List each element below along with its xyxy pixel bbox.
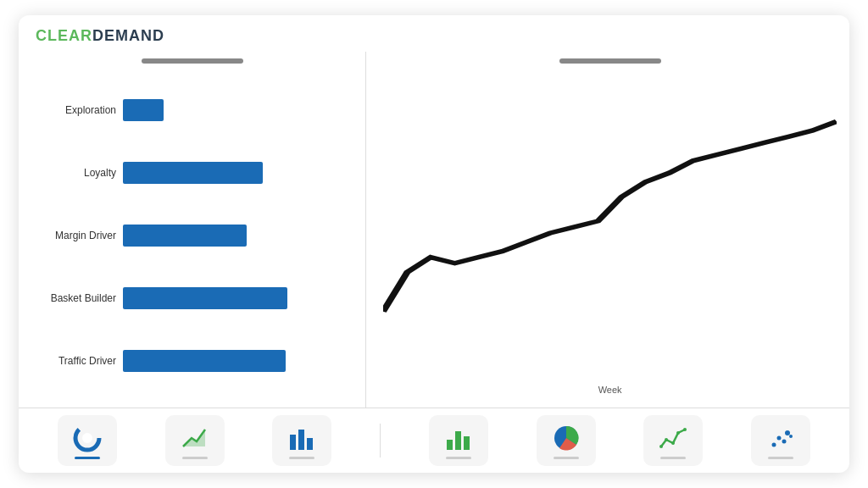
divider [380, 424, 381, 458]
bar-row: Exploration [36, 97, 348, 124]
icon-underline [182, 457, 208, 459]
icon-underline [554, 457, 579, 459]
svg-point-16 [777, 435, 782, 440]
left-panel: ExplorationLoyaltyMargin DriverBasket Bu… [27, 52, 366, 408]
svg-point-10 [659, 445, 663, 448]
bar-label: Margin Driver [36, 230, 116, 241]
pie-chart-icon[interactable] [537, 415, 596, 466]
stacked-chart-area: Week [379, 72, 841, 399]
bar-label: Loyalty [36, 167, 116, 179]
right-panel: Week [375, 52, 841, 408]
logo-demand: DEMAND [92, 27, 164, 44]
svg-marker-2 [183, 430, 205, 446]
svg-point-12 [671, 441, 675, 445]
icon-underline [289, 457, 314, 459]
bar-label: Traffic Driver [36, 355, 116, 367]
bar-label: Basket Builder [36, 292, 116, 304]
bottom-bar [19, 408, 849, 473]
app-container: CLEARDEMAND ExplorationLoyaltyMargin Dri… [19, 15, 849, 473]
svg-rect-6 [447, 440, 453, 450]
stacked-chart [383, 76, 837, 378]
histogram-icon-graphic [443, 423, 474, 453]
icon-underline [446, 457, 471, 459]
bar-track [123, 225, 348, 247]
area-chart-icon[interactable] [165, 415, 225, 466]
area-chart-icon-graphic [180, 423, 210, 453]
bar-row: Basket Builder [36, 285, 348, 312]
svg-point-11 [665, 438, 668, 441]
bar-chart-icon-graphic [287, 423, 317, 453]
bar-row: Loyalty [36, 159, 348, 186]
scatter-plot-icon-graphic [765, 423, 796, 453]
bar-fill [123, 350, 286, 372]
svg-point-19 [789, 435, 793, 438]
bar-fill [123, 225, 247, 247]
bar-row: Traffic Driver [36, 347, 348, 374]
bar-track [123, 287, 348, 309]
left-panel-bar [142, 58, 243, 64]
line-chart-icon[interactable] [643, 415, 703, 466]
svg-rect-8 [464, 436, 470, 450]
bar-fill [123, 99, 164, 121]
bar-row: Margin Driver [36, 222, 348, 249]
histogram-icon[interactable] [429, 415, 488, 466]
bar-label: Exploration [36, 104, 116, 116]
bar-track [123, 350, 348, 372]
donut-chart-icon[interactable] [58, 415, 117, 466]
logo: CLEARDEMAND [36, 27, 164, 45]
svg-point-15 [772, 442, 776, 446]
svg-rect-3 [290, 435, 296, 450]
svg-rect-7 [455, 431, 461, 450]
logo-clear: CLEAR [36, 27, 92, 44]
donut-chart-icon-graphic [72, 423, 103, 453]
svg-rect-5 [307, 438, 313, 450]
icon-underline [660, 457, 686, 459]
svg-rect-4 [298, 430, 304, 450]
main-content: ExplorationLoyaltyMargin DriverBasket Bu… [19, 52, 849, 408]
right-panel-bar [559, 58, 661, 64]
pie-chart-icon-graphic [551, 423, 581, 453]
header: CLEARDEMAND [19, 15, 849, 52]
line-chart-icon-graphic [658, 423, 688, 453]
svg-point-13 [676, 431, 680, 435]
x-axis-label: Week [379, 385, 841, 395]
bar-chart: ExplorationLoyaltyMargin DriverBasket Bu… [27, 72, 357, 399]
svg-point-14 [683, 428, 687, 431]
bar-track [123, 99, 348, 121]
svg-point-1 [82, 433, 92, 443]
bar-fill [123, 162, 263, 184]
icon-underline [768, 457, 793, 459]
bar-chart-icon[interactable] [272, 415, 331, 466]
bar-fill [123, 287, 287, 309]
svg-point-17 [782, 439, 787, 443]
svg-point-18 [785, 430, 790, 435]
bar-track [123, 162, 348, 184]
icon-underline [75, 457, 100, 459]
scatter-plot-icon[interactable] [751, 415, 810, 466]
